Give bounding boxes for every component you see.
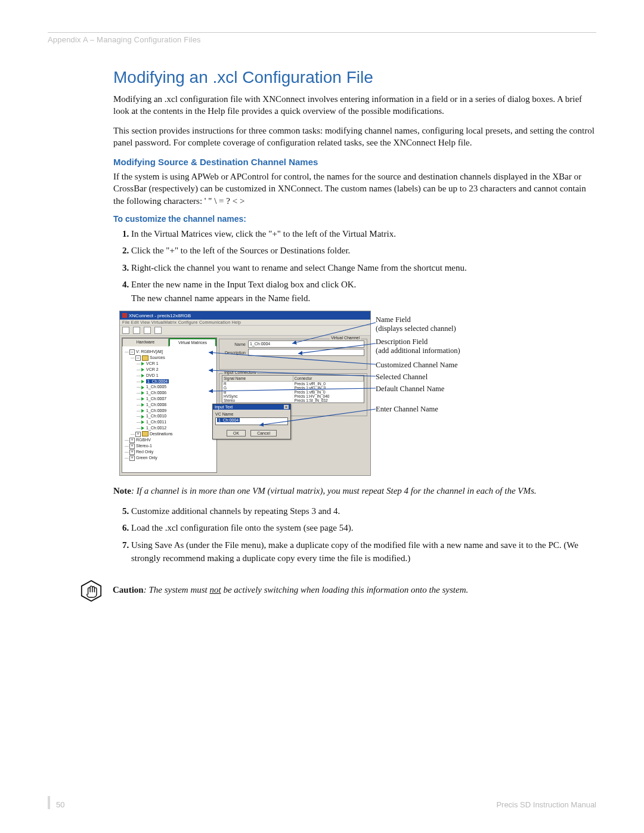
input-text-dialog: Input Text × VC Name 1_Ch:0004 OK Cancel	[212, 404, 291, 439]
toolbar-button[interactable]	[133, 327, 140, 334]
groupbox-title: Virtual Channel	[330, 336, 361, 340]
arrow-icon	[141, 362, 144, 366]
tree-destinations[interactable]: Destinations	[150, 432, 173, 436]
description-field[interactable]	[248, 349, 364, 356]
callout-text: Selected Channel	[376, 373, 428, 381]
tree-item[interactable]: 1_Ch:0005	[146, 385, 166, 389]
groupbox-title: Input Connectors	[223, 370, 257, 374]
tree-root[interactable]: V: RGBHV[All]	[136, 349, 163, 354]
dialog-title: Input Text	[215, 405, 233, 409]
note-text: Note: If a channel is in more than one V…	[113, 485, 596, 497]
dialog-label: VC Name	[215, 412, 288, 416]
arrow-icon	[141, 420, 144, 424]
expand-icon[interactable]: +	[129, 438, 135, 443]
callout-text: (add additional information)	[376, 346, 460, 355]
expand-icon[interactable]: +	[129, 456, 135, 461]
arrow-icon	[141, 386, 144, 389]
arrow-icon	[141, 409, 144, 413]
window-titlebar: XNConnect - precis12x8RGB	[120, 311, 370, 320]
page-header: Appendix A – Managing Configuration File…	[48, 35, 596, 44]
toolbar-button[interactable]	[122, 327, 129, 334]
intro-para-2: This section provides instructions for t…	[113, 125, 596, 149]
svg-marker-6	[82, 580, 101, 600]
tree-other[interactable]: Green Only	[136, 456, 157, 460]
caution-text: Caution: The system must not be actively…	[113, 584, 468, 596]
expand-icon[interactable]: –	[135, 355, 141, 361]
name-label: Name	[222, 342, 246, 346]
cell: Precis 1:vfG_IN_0	[293, 386, 364, 390]
menu-bar[interactable]: File Edit View VirtualMatrix Configure C…	[120, 320, 370, 325]
page-title: Modifying an .xcl Configuration File	[113, 68, 596, 87]
section-para: If the system is using APWeb or APContro…	[113, 171, 596, 207]
arrow-icon	[141, 380, 144, 383]
step-item: Click the "+" to the left of the Sources…	[131, 244, 596, 258]
th-signal: Signal Name	[222, 376, 293, 381]
tree-item[interactable]: 1_Ch:0006	[146, 391, 166, 395]
tree-item-selected[interactable]: 1_Ch:0004	[146, 379, 169, 383]
steps-list-b: Customize additional channels by repeati…	[113, 504, 596, 565]
arrow-icon	[141, 397, 144, 401]
close-icon[interactable]: ×	[284, 405, 289, 409]
arrow-icon	[141, 426, 144, 430]
callout-text: Enter Channel Name	[376, 405, 438, 413]
page-number: 50	[56, 800, 64, 809]
intro-para-1: Modifying an .xcl configuration file wit…	[113, 93, 596, 117]
cancel-button[interactable]: Cancel	[250, 430, 277, 436]
steps-list-a: In the Virtual Matrices view, click the …	[113, 227, 596, 305]
toolbar-button[interactable]	[154, 327, 162, 334]
figure-xnconnect-screenshot: XNConnect - precis12x8RGB File Edit View…	[113, 311, 596, 478]
tab-hardware[interactable]: Hardware	[122, 338, 169, 346]
step-item: Using Save As (under the File menu), mak…	[131, 538, 596, 565]
cell: Precis 1:vfB_IN_0	[293, 390, 364, 394]
cell: Stereo	[222, 398, 293, 402]
arrow-icon	[141, 368, 144, 371]
tab-virtual-matrices[interactable]: Virtual Matrices	[169, 338, 216, 346]
caution-hand-icon	[80, 580, 102, 602]
tree-item[interactable]: 1_Ch:0011	[146, 420, 166, 424]
callout-text: Customized Channel Name	[376, 361, 457, 369]
arrow-icon	[141, 415, 144, 419]
ok-button[interactable]: OK	[227, 430, 246, 436]
cell: G	[222, 386, 293, 390]
toolbar-button[interactable]	[144, 327, 151, 334]
section-heading-modify-names: Modifying Source & Destination Channel N…	[113, 157, 596, 167]
tree-item[interactable]: VCR 1	[146, 361, 159, 366]
window-title: XNConnect - precis12x8RGB	[129, 313, 191, 318]
expand-icon[interactable]: +	[129, 450, 135, 455]
tree-other[interactable]: Stereo-1	[136, 444, 152, 448]
tree-item[interactable]: 1_Ch:0007	[146, 397, 166, 401]
callout-text: Description Field	[376, 337, 428, 346]
cell: Precis 1:St_IN_032	[293, 398, 364, 402]
th-connector: Connector	[293, 376, 364, 381]
tree-other[interactable]: RGBHV	[136, 438, 151, 442]
cell: B	[222, 390, 293, 394]
cell: Precis 1:HV_IN_040	[293, 394, 364, 398]
tree-item[interactable]: DVD 1	[146, 373, 159, 377]
arrow-icon	[141, 403, 144, 407]
step-item: Right-click the channel you want to rena…	[131, 261, 596, 275]
tree-item[interactable]: 1_Ch:0009	[146, 408, 166, 413]
expand-icon[interactable]: +	[129, 444, 135, 449]
tree-sources[interactable]: Sources	[150, 355, 165, 360]
app-icon	[122, 313, 127, 318]
tree-item[interactable]: 1_Ch:0010	[146, 414, 166, 418]
toolbar[interactable]	[120, 325, 370, 336]
footer-manual-title: Precis SD Instruction Manual	[496, 800, 596, 809]
step-item: Customize additional channels by repeati…	[131, 504, 596, 518]
expand-icon[interactable]: –	[129, 349, 135, 355]
expand-icon[interactable]: +	[135, 432, 141, 437]
app-window: XNConnect - precis12x8RGB File Edit View…	[119, 311, 371, 476]
tree-item[interactable]: 1_Ch:0008	[146, 402, 166, 407]
tree-view[interactable]: –V: RGBHV[All] –Sources VCR 1 VCR 2 DVD …	[122, 346, 216, 463]
name-field[interactable]: 1_Ch:0004	[248, 340, 364, 348]
callout-text: Name Field	[376, 315, 411, 324]
cell: Precis 1:vfR_IN_0	[293, 382, 364, 386]
dialog-input[interactable]: 1_Ch:0004	[215, 417, 288, 425]
tree-other[interactable]: Red Only	[136, 450, 153, 454]
tree-item[interactable]: 1_Ch:0012	[146, 426, 166, 430]
tree-item[interactable]: VCR 2	[146, 367, 159, 371]
step-item: Load the .xcl configuration file onto th…	[131, 521, 596, 535]
instruction-heading: To customize the channel names:	[113, 214, 596, 224]
cell: R	[222, 382, 293, 386]
arrow-icon	[141, 374, 144, 377]
